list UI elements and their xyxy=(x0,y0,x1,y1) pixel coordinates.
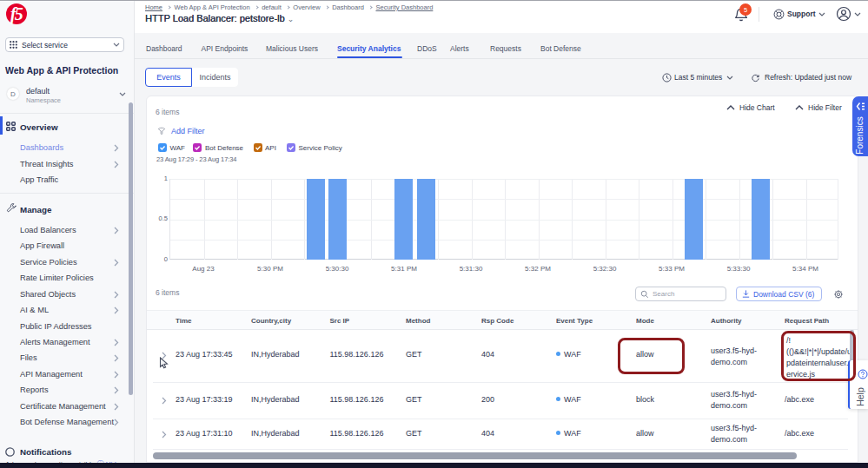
svg-text:f5: f5 xyxy=(10,4,23,24)
